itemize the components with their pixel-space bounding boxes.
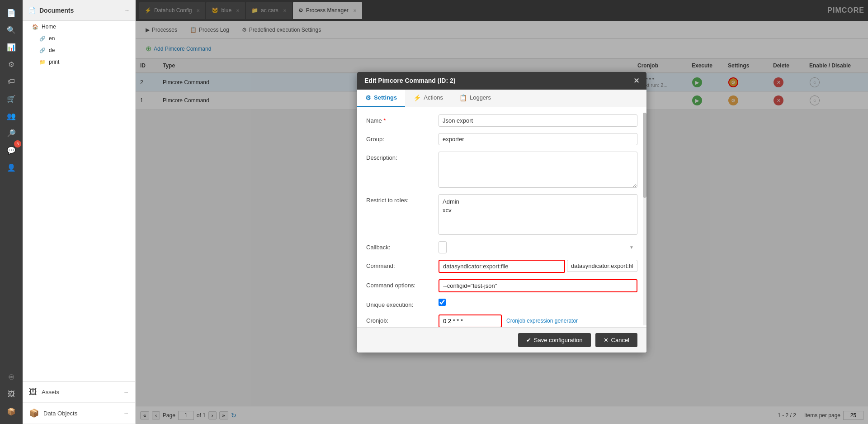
home-icon: 🏠 <box>32 23 39 30</box>
cronjob-label: Cronjob: <box>366 314 439 324</box>
assets-nav-icon: 🖼 <box>29 387 37 397</box>
tree-item-de[interactable]: 🔗 de <box>23 44 135 56</box>
roles-label: Restrict to roles: <box>366 194 439 204</box>
modal-body: Name Group: Description: Restrict to rol… <box>357 107 646 327</box>
save-check-icon: ✔ <box>526 337 531 343</box>
objects-arrow: → <box>123 410 129 416</box>
link-icon-en: 🔗 <box>39 35 46 42</box>
objects-nav-icon: 📦 <box>29 408 39 418</box>
name-label: Name <box>366 114 439 124</box>
cronjob-input[interactable] <box>439 314 502 327</box>
unique-execution-field-row: Unique execution: <box>366 299 637 308</box>
group-field-row: Group: <box>366 133 637 145</box>
description-input[interactable] <box>439 152 637 188</box>
sidebar: 📄 🔍 📊 ⚙ 🏷 🛒 👥 🔎 💬 3 👤 ♾ 🖼 📦 <box>0 0 23 424</box>
users-icon[interactable]: 👥 <box>3 108 19 124</box>
assets-arrow: → <box>123 389 129 395</box>
modal-scrollbar[interactable] <box>643 113 646 325</box>
group-label: Group: <box>366 133 439 143</box>
cancel-x-icon: ✕ <box>604 337 609 343</box>
objects-icon[interactable]: 📦 <box>3 403 19 419</box>
chat-badge: 3 <box>14 140 21 148</box>
left-panel-title: 📄 Documents <box>28 7 74 14</box>
command-field-row: Command: datasyndicator:export:file ▼ <box>366 260 637 273</box>
settings-icon[interactable]: ⚙ <box>3 56 19 72</box>
description-label: Description: <box>366 152 439 161</box>
modal-close-btn[interactable]: ✕ <box>633 76 639 85</box>
documents-icon[interactable]: 📄 <box>3 5 19 21</box>
role-xcv: xcv <box>443 206 633 214</box>
modal-header: Edit Pimcore Command (ID: 2) ✕ <box>357 72 646 90</box>
assets-nav-item[interactable]: 🖼 Assets → <box>23 382 135 403</box>
modal-tab-loggers[interactable]: 📋 Loggers <box>451 90 499 107</box>
command-options-input[interactable] <box>439 279 637 292</box>
group-input[interactable] <box>439 133 637 145</box>
callback-dropdown-arrow: ▼ <box>629 245 634 250</box>
cronjob-field-row: Cronjob: Cronjob expression generator <box>366 314 637 327</box>
callback-label: Callback: <box>366 241 439 251</box>
modal-tab-settings[interactable]: ⚙ Settings <box>357 90 405 107</box>
name-field-row: Name <box>366 114 637 127</box>
chat-icon[interactable]: 💬 3 <box>3 142 19 158</box>
left-panel: 📄 Documents → 🏠 Home 🔗 en 🔗 de 📁 print 🖼… <box>23 0 136 424</box>
command-input[interactable] <box>439 260 565 273</box>
modal-scrollbar-thumb <box>643 113 646 198</box>
folder-icon-print: 📁 <box>39 58 46 66</box>
callback-dropdown[interactable] <box>439 241 447 253</box>
cancel-button[interactable]: ✕ Cancel <box>595 333 637 347</box>
modal-tab-actions[interactable]: ⚡ Actions <box>405 90 451 107</box>
tree-item-en[interactable]: 🔗 en <box>23 33 135 44</box>
workflow-icon[interactable]: ♾ <box>3 369 19 385</box>
tag-icon[interactable]: 🏷 <box>3 73 19 90</box>
collapse-arrow[interactable]: → <box>124 7 130 14</box>
description-field-row: Description: <box>366 152 637 188</box>
settings-tab-icon: ⚙ <box>365 94 371 101</box>
modal-tabs: ⚙ Settings ⚡ Actions 📋 Loggers <box>357 90 646 107</box>
edit-modal: Edit Pimcore Command (ID: 2) ✕ ⚙ Setting… <box>357 72 646 353</box>
command-label: Command: <box>366 260 439 269</box>
roles-field-row: Restrict to roles: Admin xcv <box>366 194 637 235</box>
analytics-icon[interactable]: 📊 <box>3 39 19 55</box>
name-input[interactable] <box>439 114 637 127</box>
unique-execution-label: Unique execution: <box>366 299 439 308</box>
callback-field-row: Callback: ▼ <box>366 241 637 253</box>
search-icon[interactable]: 🔍 <box>3 22 19 38</box>
search2-icon[interactable]: 🔎 <box>3 125 19 141</box>
role-admin: Admin <box>443 197 633 206</box>
command-options-label: Command options: <box>366 279 439 289</box>
roles-box: Admin xcv <box>439 194 637 235</box>
unique-execution-checkbox[interactable] <box>439 299 446 306</box>
profile-icon[interactable]: 👤 <box>3 159 19 176</box>
document-icon: 📄 <box>28 7 36 14</box>
command-dropdown[interactable]: datasyndicator:export:file <box>567 260 637 272</box>
tree-item-home[interactable]: 🏠 Home <box>23 21 135 33</box>
cronjob-generator-link[interactable]: Cronjob expression generator <box>506 318 578 324</box>
loggers-tab-icon: 📋 <box>459 94 467 101</box>
link-icon-de: 🔗 <box>39 47 46 54</box>
modal-overlay: Edit Pimcore Command (ID: 2) ✕ ⚙ Setting… <box>136 0 868 424</box>
tree-item-print[interactable]: 📁 print <box>23 56 135 68</box>
cronjob-field: Cronjob expression generator <box>439 314 637 327</box>
assets-icon[interactable]: 🖼 <box>3 386 19 402</box>
left-panel-header: 📄 Documents → <box>23 0 135 21</box>
command-options-field-row: Command options: <box>366 279 637 292</box>
actions-tab-icon: ⚡ <box>413 94 421 101</box>
modal-footer: ✔ Save configuration ✕ Cancel <box>357 327 646 353</box>
left-panel-bottom: 🖼 Assets → 📦 Data Objects → <box>23 381 135 424</box>
cart-icon[interactable]: 🛒 <box>3 91 19 107</box>
save-configuration-button[interactable]: ✔ Save configuration <box>518 333 591 347</box>
modal-title: Edit Pimcore Command (ID: 2) <box>364 77 455 84</box>
objects-nav-item[interactable]: 📦 Data Objects → <box>23 403 135 424</box>
